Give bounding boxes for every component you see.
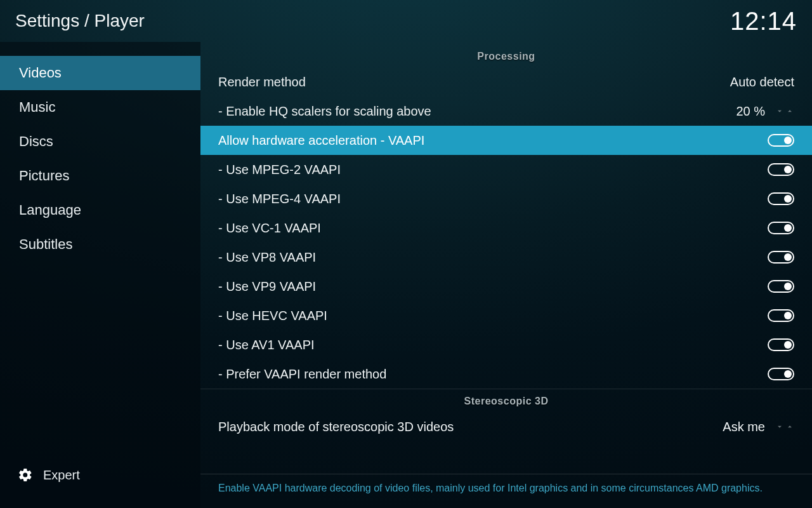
toggle-switch[interactable] [768,222,794,234]
setting-value: Ask me [723,420,765,434]
setting-row[interactable]: - Use AV1 VAAPI [200,330,812,359]
toggle-switch[interactable] [768,251,794,264]
toggle-switch[interactable] [768,309,794,322]
section-header: Stereoscopic 3D [200,389,812,412]
top-bar: Settings / Player 12:14 [0,0,812,42]
setting-value: Auto detect [730,75,794,90]
sidebar-item-pictures[interactable]: Pictures [0,159,200,193]
sidebar-item-label: Pictures [19,168,69,184]
sidebar-item-label: Music [19,99,55,115]
toggle-switch[interactable] [768,163,794,176]
toggle-switch[interactable] [768,134,794,147]
setting-label: Allow hardware acceleration - VAAPI [218,133,424,148]
setting-description: Enable VAAPI hardware decoding of video … [200,474,812,508]
sidebar: VideosMusicDiscsPicturesLanguageSubtitle… [0,42,200,508]
sidebar-item-label: Videos [19,65,62,81]
setting-value: 20 % [736,104,765,119]
sidebar-item-music[interactable]: Music [0,90,200,124]
setting-label: - Use VP8 VAAPI [218,250,316,265]
setting-label: - Use VC-1 VAAPI [218,221,321,236]
toggle-switch[interactable] [768,368,794,380]
sidebar-item-label: Subtitles [19,236,72,252]
toggle-switch[interactable] [768,192,794,205]
setting-label: Playback mode of stereoscopic 3D videos [218,420,454,434]
settings-level-label: Expert [43,468,80,483]
setting-row[interactable]: - Use VC-1 VAAPI [200,213,812,243]
setting-label: Render method [218,75,306,90]
page-title: Settings / Player [15,11,145,31]
setting-row[interactable]: - Use HEVC VAAPI [200,301,812,330]
main-panel: ProcessingRender methodAuto detect- Enab… [200,42,812,508]
setting-row[interactable]: Render methodAuto detect [200,67,812,97]
setting-label: - Use MPEG-4 VAAPI [218,192,341,206]
toggle-switch[interactable] [768,338,794,351]
sidebar-item-label: Discs [19,133,53,149]
setting-label: - Use AV1 VAAPI [218,338,315,352]
setting-label: - Use HEVC VAAPI [218,309,327,323]
gear-icon [18,467,33,483]
sidebar-item-videos[interactable]: Videos [0,56,200,90]
toggle-switch[interactable] [768,280,794,293]
sidebar-item-discs[interactable]: Discs [0,124,200,159]
setting-row[interactable]: Playback mode of stereoscopic 3D videosA… [200,412,812,441]
setting-row[interactable]: - Prefer VAAPI render method [200,359,812,389]
setting-row[interactable]: - Use VP9 VAAPI [200,272,812,301]
app-root: Settings / Player 12:14 VideosMusicDiscs… [0,0,812,508]
spinner-arrows-icon[interactable] [775,107,794,116]
sidebar-item-language[interactable]: Language [0,193,200,227]
setting-row[interactable]: - Use MPEG-2 VAAPI [200,155,812,184]
settings-level-button[interactable]: Expert [0,467,200,508]
body: VideosMusicDiscsPicturesLanguageSubtitle… [0,42,812,508]
setting-label: - Use MPEG-2 VAAPI [218,163,341,177]
sidebar-item-subtitles[interactable]: Subtitles [0,227,200,262]
setting-row[interactable]: - Enable HQ scalers for scaling above20 … [200,97,812,126]
setting-row[interactable]: - Use VP8 VAAPI [200,243,812,272]
section-header: Processing [200,42,812,67]
settings-list[interactable]: ProcessingRender methodAuto detect- Enab… [200,42,812,474]
spinner-arrows-icon[interactable] [775,422,794,431]
setting-label: - Use VP9 VAAPI [218,279,316,294]
setting-label: - Enable HQ scalers for scaling above [218,104,431,119]
setting-row[interactable]: - Use MPEG-4 VAAPI [200,184,812,213]
setting-row[interactable]: Allow hardware acceleration - VAAPI [200,126,812,155]
setting-label: - Prefer VAAPI render method [218,367,386,382]
sidebar-item-label: Language [19,202,81,218]
clock: 12:14 [730,7,797,36]
